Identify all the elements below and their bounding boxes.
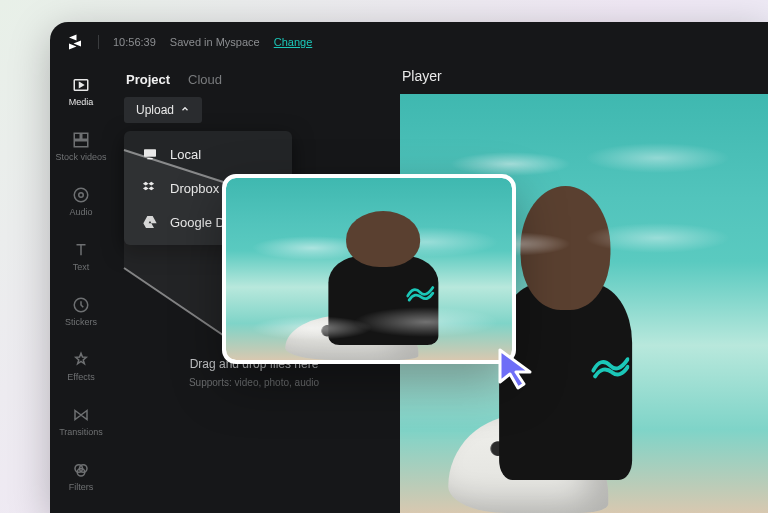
svg-rect-2: [82, 133, 88, 139]
sidebar-item-label: Stickers: [65, 317, 97, 327]
text-icon: [72, 241, 90, 259]
effects-icon: [72, 351, 90, 369]
sidebar: Media Stock videos Audio Text Stickers E…: [50, 62, 112, 513]
sidebar-item-audio[interactable]: Audio: [50, 182, 112, 221]
stickers-icon: [72, 296, 90, 314]
filters-icon: [72, 461, 90, 479]
sidebar-item-label: Audio: [69, 207, 92, 217]
upload-option-local[interactable]: Local: [124, 137, 292, 171]
sidebar-item-text[interactable]: Text: [50, 237, 112, 276]
stock-icon: [72, 131, 90, 149]
timestamp: 10:56:39: [113, 36, 156, 48]
sidebar-item-label: Text: [73, 262, 90, 272]
sidebar-item-stickers[interactable]: Stickers: [50, 292, 112, 331]
upload-option-label: Local: [170, 147, 201, 162]
player-title: Player: [400, 62, 768, 94]
divider: [98, 35, 99, 49]
media-icon: [72, 76, 90, 94]
panel-tabs: Project Cloud: [118, 68, 386, 97]
sidebar-item-label: Stock videos: [55, 152, 106, 162]
preview-thumbnail: [226, 178, 512, 360]
svg-point-5: [79, 193, 84, 198]
upload-button-label: Upload: [136, 103, 174, 117]
sidebar-item-stock-videos[interactable]: Stock videos: [50, 127, 112, 166]
preview-popup[interactable]: [222, 174, 516, 364]
app-logo-icon: [66, 33, 84, 51]
dropbox-icon: [142, 180, 158, 196]
svg-point-4: [74, 188, 88, 202]
upload-option-label: Dropbox: [170, 181, 219, 196]
cursor-pointer-icon: [496, 346, 542, 392]
svg-rect-11: [147, 158, 152, 159]
svg-rect-1: [74, 133, 80, 139]
tab-project[interactable]: Project: [126, 72, 170, 87]
gdrive-icon: [142, 214, 158, 230]
upload-button[interactable]: Upload: [124, 97, 202, 123]
saved-status: Saved in Myspace: [170, 36, 260, 48]
sidebar-item-label: Filters: [69, 482, 94, 492]
sidebar-item-filters[interactable]: Filters: [50, 457, 112, 496]
sidebar-item-label: Transitions: [59, 427, 103, 437]
transitions-icon: [72, 406, 90, 424]
audio-icon: [72, 186, 90, 204]
tab-cloud[interactable]: Cloud: [188, 72, 222, 87]
svg-rect-3: [74, 141, 88, 147]
change-link[interactable]: Change: [274, 36, 313, 48]
sidebar-item-effects[interactable]: Effects: [50, 347, 112, 386]
topbar: 10:56:39 Saved in Myspace Change: [50, 22, 768, 62]
sidebar-item-media[interactable]: Media: [50, 72, 112, 111]
sidebar-item-label: Media: [69, 97, 94, 107]
svg-rect-10: [144, 149, 156, 156]
sidebar-item-transitions[interactable]: Transitions: [50, 402, 112, 441]
sidebar-item-label: Effects: [67, 372, 94, 382]
local-icon: [142, 146, 158, 162]
dropzone-subtext: Supports: video, photo, audio: [189, 377, 319, 388]
chevron-up-icon: [180, 103, 190, 117]
